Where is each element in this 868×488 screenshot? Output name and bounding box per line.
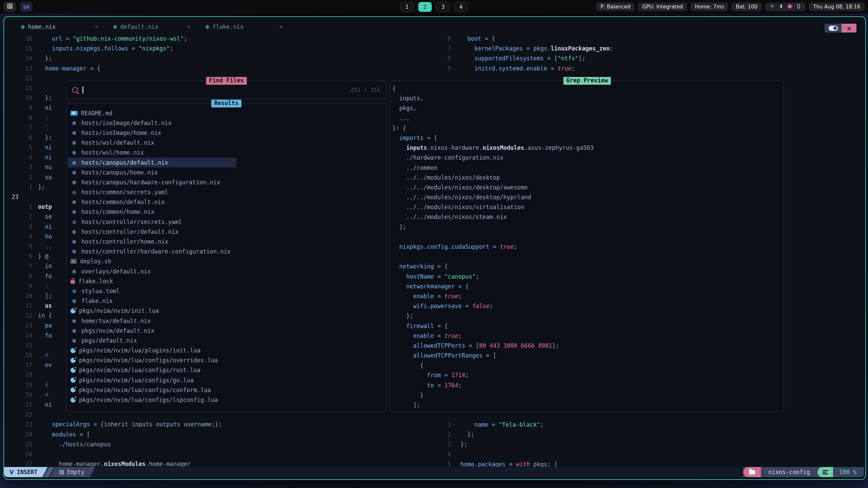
code-line: 13 home-manager = { [4, 64, 387, 74]
code-text: } @ [38, 251, 48, 261]
workspace-button-2[interactable]: 2 [418, 2, 432, 12]
result-item[interactable]: hosts/wsl/home.nix [68, 148, 386, 158]
result-item[interactable]: hosts/controller/home.nix [68, 237, 386, 246]
code-line: 14 }; [4, 54, 387, 63]
result-item[interactable]: overlays/default.nix [68, 266, 386, 276]
line-number: 16 [4, 34, 32, 44]
tab-flake.nix[interactable]: ❄flake.nix× [198, 21, 290, 33]
result-item[interactable]: flake.lock [68, 276, 386, 286]
tab-home.nix[interactable]: ❄home.nix× [14, 21, 106, 33]
line-number: 5 [4, 242, 32, 251]
code-line: 4 [434, 450, 858, 460]
line-number: 5 [4, 143, 32, 152]
result-label: hosts/common/default.nix [81, 199, 165, 205]
finder-search-input[interactable]: Find Files 251 / 251 [66, 81, 387, 99]
clock-module[interactable]: Thu Aug 08, 18:16 [809, 2, 865, 11]
preview-line: allowedTCPPortRanges = [ [392, 352, 784, 362]
wifi-icon[interactable] [769, 3, 775, 11]
workspace-button-4[interactable]: 4 [454, 2, 468, 12]
right-code-pane-top[interactable]: 8 boot = {7 kernelPackages = pkgs.linuxP… [434, 34, 858, 74]
result-item[interactable]: hosts/isoImage/home.nix [68, 128, 386, 138]
result-item[interactable]: hosts/controller/hardware-configuration.… [68, 247, 386, 257]
preview-line: from = 1714; [392, 372, 784, 382]
code-text: │ [38, 123, 48, 133]
sh-file-icon [71, 259, 77, 264]
line-number: 8 [434, 34, 451, 44]
tab-close-icon[interactable]: × [95, 23, 98, 30]
result-item[interactable]: hosts/canopus/default.nix [68, 158, 236, 167]
tab-close-icon[interactable]: × [187, 23, 191, 30]
result-item[interactable]: pkgs/nvim/nvim/lua/configs/lspconfig.lua [68, 395, 386, 405]
result-label: pkgs/nvim/nvim/lua/configs/rust.lua [79, 367, 200, 373]
workspace-button-1[interactable]: 1 [400, 2, 414, 12]
result-item[interactable]: deploy.sh [68, 257, 386, 266]
preview-line: } [392, 392, 784, 402]
result-item[interactable]: pkgs/nvim/nvim/lua/configs/overrides.lua [68, 355, 386, 365]
preview-line: networkmanager = { [392, 283, 784, 293]
result-item[interactable]: pkgs/nvim/nvim/lua/plugins/init.lua [68, 346, 386, 355]
line-number: 4 [434, 450, 451, 460]
ping-module[interactable]: Home: 7ms [690, 2, 728, 11]
power-profile-module[interactable]: P: Balanced [596, 2, 635, 11]
preview-line: wifi.powersave = false; [392, 303, 784, 312]
tab-close-icon[interactable]: × [279, 23, 283, 30]
result-label: pkgs/nvim/nvim/init.lua [79, 307, 159, 314]
result-label: pkgs/nvim/nvim/lua/configs/overrides.lua [79, 357, 218, 364]
code-text: }; [38, 133, 52, 143]
result-item[interactable]: hosts/wsl/default.nix [68, 138, 386, 148]
result-item[interactable]: pkgs/nvim/default.nix [68, 326, 386, 336]
result-label: hosts/canopus/hardware-configuration.nix [81, 179, 220, 186]
code-text: # [38, 350, 48, 360]
result-label: hosts/canopus/home.nix [81, 169, 158, 176]
line-number: 5 [434, 64, 451, 74]
result-item[interactable]: README.md [68, 108, 386, 118]
app-launcher-button[interactable] [3, 2, 16, 12]
code-text: us [38, 301, 52, 311]
result-item[interactable]: hosts/canopus/home.nix [68, 167, 386, 177]
preview-line: hostName = "canopus"; [392, 273, 784, 283]
result-item[interactable]: pkgs/nvim/nvim/lua/configs/conform.lua [68, 385, 386, 395]
result-label: hosts/common/secrets.yaml [81, 189, 168, 196]
toggle-icon [829, 26, 838, 31]
battery-module[interactable]: Bat: 100 [731, 2, 762, 11]
result-item[interactable]: hosts/isoImage/default.nix [68, 118, 386, 128]
result-label: hosts/canopus/default.nix [81, 159, 168, 166]
result-item[interactable]: flake.nix [68, 296, 386, 306]
result-item[interactable]: hosts/common/home.nix [68, 207, 386, 217]
result-item[interactable]: pkgs/default.nix [68, 336, 386, 345]
preview-line: ../../modules/nixos/virtualisation [392, 204, 784, 214]
window-close-button[interactable]: × [842, 24, 856, 33]
gpu-module[interactable]: GPU: Integrated [638, 2, 687, 11]
line-number: 10 [4, 291, 32, 301]
code-text: ni [38, 152, 52, 162]
right-code-pane-bottom[interactable]: 1 name = "Tela-black";2 };3};45home.pack… [434, 420, 858, 469]
line-number: 16 [4, 350, 32, 360]
result-item[interactable]: home/tux/default.nix [68, 316, 386, 326]
tray-module[interactable] [765, 2, 806, 11]
nix-file-icon [71, 169, 78, 176]
result-item[interactable]: pkgs/nvim/nvim/init.lua [68, 306, 386, 316]
toggle-button[interactable] [825, 24, 842, 33]
result-label: pkgs/nvim/default.nix [81, 327, 154, 334]
code-text: │ [38, 281, 48, 291]
result-item[interactable]: hosts/canopus/hardware-configuration.nix [68, 177, 386, 187]
result-label: flake.lock [78, 278, 113, 285]
phone-icon[interactable] [796, 3, 801, 11]
notification-icon[interactable] [787, 3, 793, 11]
result-item[interactable]: pkgs/nvim/nvim/lua/configs/go.lua [68, 375, 386, 385]
result-item[interactable]: hosts/controller/secrets.yaml [68, 217, 386, 227]
result-item[interactable]: hosts/common/secrets.yaml [68, 187, 386, 197]
result-item[interactable]: hosts/common/default.nix [68, 197, 386, 207]
workspace-logo-button[interactable]: $W [20, 2, 33, 12]
result-item[interactable]: stylua.toml [68, 286, 386, 296]
tab-default.nix[interactable]: ❄default.nix× [106, 21, 198, 33]
results-title: Results [211, 100, 242, 107]
sw-logo: $W [23, 4, 29, 10]
result-item[interactable]: hosts/controller/default.nix [68, 227, 386, 237]
preview-line: }: { [392, 125, 784, 135]
result-item[interactable]: pkgs/nvim/nvim/lua/configs/rust.lua [68, 365, 386, 375]
bluetooth-icon[interactable] [778, 3, 784, 11]
line-number: 10 [4, 93, 32, 103]
code-text: }; [460, 440, 467, 449]
workspace-button-3[interactable]: 3 [436, 2, 450, 12]
